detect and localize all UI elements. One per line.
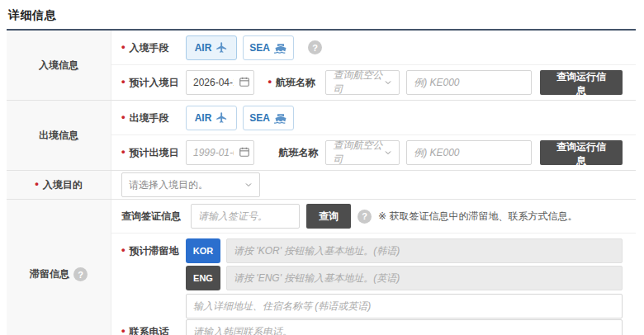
entry-purpose-select-value: 请选择入境目的。 [129,178,208,192]
entry-sea-label: SEA [249,42,270,54]
exit-date-label: 预计出境日 [121,145,186,160]
visa-number-input[interactable] [191,204,300,229]
ship-icon [274,41,287,54]
chevron-down-icon [383,148,393,158]
eng-address-button[interactable]: ENG [186,266,220,290]
stay-info-header-label: 滞留信息 [30,267,69,281]
visa-help-icon[interactable] [358,210,372,224]
detail-info-page: 详细信息 入境信息 入境手段 AIR SEA [0,0,644,335]
entry-method-subrow: 入境手段 AIR SEA [111,31,636,65]
airplane-icon [215,111,228,124]
stay-address-kor-subrow: 预计滞留地 KOR [111,234,636,263]
exit-air-label: AIR [195,112,212,124]
contact-phone-label: 联系电话 [121,324,186,335]
entry-air-button[interactable]: AIR [186,35,237,60]
exit-flight-input[interactable] [406,140,532,165]
entry-airline-select-value: 查询航空公司 [333,68,383,97]
entry-purpose-header-label: 入境目的 [35,177,83,192]
contact-phone-subrow: 联系电话 [111,319,636,335]
detail-address-input[interactable] [186,294,623,318]
entry-flight-search-button[interactable]: 查询运行信息 [540,70,623,95]
entry-airline-select[interactable]: 查询航空公司 [325,70,400,95]
entry-air-label: AIR [195,42,212,54]
entry-date-field [186,70,254,95]
contact-phone-input[interactable] [186,319,623,335]
exit-date-subrow: 预计出境日 航班名称 查询航空公司 [111,135,636,170]
entry-method-help-icon[interactable] [308,40,322,54]
exit-sea-button[interactable]: SEA [243,106,294,130]
exit-airline-select[interactable]: 查询航空公司 [325,140,400,165]
entry-date-label: 预计入境日 [121,75,186,90]
exit-flight-label: 航班名称 [268,146,325,160]
stay-info-row: 滞留信息 查询签证信息 查询 ※ 获取签证信息中的滞留地、联系方式信息。 预计滞… [7,200,636,335]
entry-info-header: 入境信息 [7,31,111,100]
visa-search-label: 查询签证信息 [121,210,191,224]
stay-address-detail-subrow [111,292,636,319]
entry-flight-input[interactable] [406,70,532,95]
stay-address-label: 预计滞留地 [121,243,186,258]
ship-icon [274,111,287,125]
visa-search-button[interactable]: 查询 [306,204,351,229]
page-title: 详细信息 [8,8,636,23]
chevron-down-icon [383,78,393,87]
entry-sea-button[interactable]: SEA [243,35,294,60]
exit-method-label: 出境手段 [121,111,186,125]
entry-purpose-cell: 请选择入境目的。 [111,171,636,199]
eng-address-input[interactable] [226,266,623,290]
exit-date-field [186,140,254,165]
kor-address-button[interactable]: KOR [186,238,220,263]
entry-purpose-row: 入境目的 请选择入境目的。 [7,171,636,200]
stay-info-cell: 查询签证信息 查询 ※ 获取签证信息中的滞留地、联系方式信息。 预计滞留地 KO… [111,200,636,335]
entry-purpose-subrow: 请选择入境目的。 [111,171,636,199]
exit-flight-search-button[interactable]: 查询运行信息 [540,140,623,165]
chevron-down-icon [244,180,253,190]
calendar-icon[interactable] [239,76,250,87]
entry-info-row: 入境信息 入境手段 AIR SEA [7,31,636,101]
airplane-icon [215,41,228,54]
exit-info-header: 出境信息 [7,101,111,170]
entry-purpose-header: 入境目的 [7,171,111,199]
entry-purpose-select[interactable]: 请选择入境目的。 [121,172,260,197]
exit-sea-label: SEA [249,112,270,124]
exit-info-cell: 出境手段 AIR SEA 预计出境日 [111,101,636,170]
visa-note: ※ 获取签证信息中的滞留地、联系方式信息。 [378,210,577,224]
exit-airline-select-value: 查询航空公司 [333,139,383,167]
stay-info-help-icon[interactable] [73,267,88,281]
entry-info-cell: 入境手段 AIR SEA [111,31,636,100]
entry-flight-label: 航班名称 [268,75,325,90]
stay-info-header: 滞留信息 [7,200,111,335]
stay-address-eng-subrow: ENG [111,263,636,292]
detail-info-form: 入境信息 入境手段 AIR SEA [7,29,636,335]
visa-search-subrow: 查询签证信息 查询 ※ 获取签证信息中的滞留地、联系方式信息。 [111,200,636,234]
entry-method-label: 入境手段 [121,40,186,55]
exit-method-subrow: 出境手段 AIR SEA [111,101,636,135]
exit-info-row: 出境信息 出境手段 AIR SEA [7,101,636,171]
exit-air-button[interactable]: AIR [186,106,237,130]
kor-address-input[interactable] [226,238,623,263]
entry-date-subrow: 预计入境日 航班名称 查询航空公司 [111,65,636,100]
calendar-icon[interactable] [239,146,250,158]
